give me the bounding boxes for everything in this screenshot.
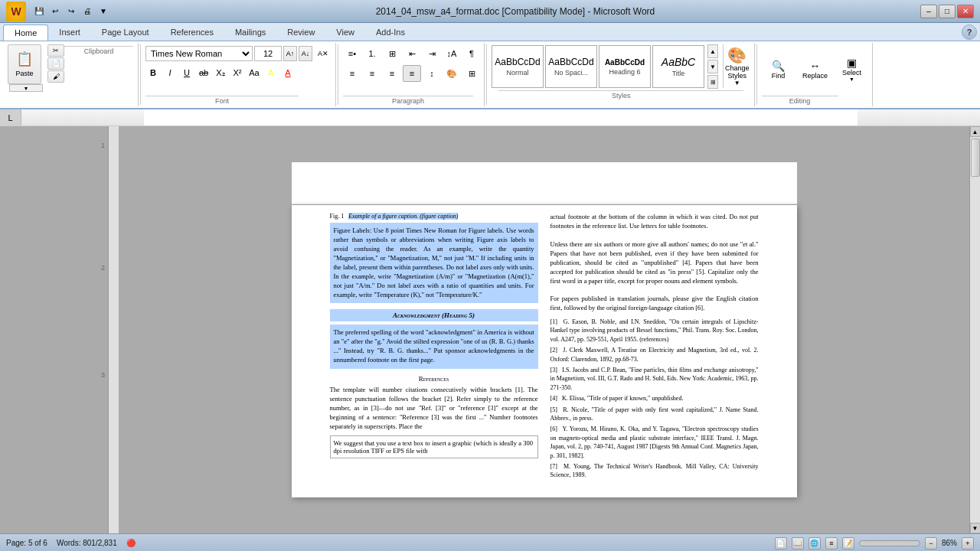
ref-num-7: [7]: [550, 463, 557, 470]
ref-text-1: G. Eason, B. Noble, and I.N. Sneddon, "O…: [550, 318, 759, 343]
tab-insert[interactable]: Insert: [48, 24, 91, 41]
shading-button[interactable]: 🎨: [443, 65, 461, 82]
increase-indent-button[interactable]: ⇥: [423, 45, 441, 62]
font-size-input[interactable]: [254, 46, 282, 61]
right-scrollbar[interactable]: ▲ ▼: [969, 126, 980, 533]
minimize-button[interactable]: –: [920, 5, 937, 18]
bullets-button[interactable]: ≡•: [343, 45, 361, 62]
ribbon-divider-3: [486, 44, 487, 105]
lang-icon: 🔴: [126, 539, 136, 547]
figure-caption-text: Example of a figure caption. (figure cap…: [348, 213, 458, 220]
find-button[interactable]: 🔍 Find: [762, 58, 795, 81]
tab-mailings[interactable]: Mailings: [224, 24, 276, 41]
tab-page-layout[interactable]: Page Layout: [91, 24, 160, 41]
tab-review[interactable]: Review: [276, 24, 325, 41]
titlebar: W 💾 ↩ ↪ 🖨 ▼ 2014_04_msw_a4_format.doc [C…: [0, 0, 980, 23]
styles-scroll-up[interactable]: ▲: [707, 44, 718, 58]
decrease-indent-button[interactable]: ⇤: [403, 45, 421, 62]
ruler: L: [0, 109, 980, 126]
clipboard-small-btns: ✂ 📄 🖌: [47, 44, 64, 83]
statusbar-right: 📄 📖 🌐 ≡ 📝 − 86% +: [775, 537, 974, 549]
strikethrough-button[interactable]: ab: [196, 65, 211, 80]
paragraph-label: Paragraph: [343, 96, 473, 105]
style-title[interactable]: AaBbC Title: [652, 45, 704, 88]
scroll-up-arrow[interactable]: ▲: [970, 126, 981, 137]
font-size-increase[interactable]: A↑: [283, 46, 297, 61]
numbering-button[interactable]: 1.: [363, 45, 381, 62]
nospace-label: No Spaci...: [554, 69, 588, 77]
close-button[interactable]: ✕: [957, 5, 974, 18]
style-heading6[interactable]: AaBbCcDd Heading 6: [599, 45, 651, 88]
line-spacing-button[interactable]: ↕: [423, 65, 441, 82]
justify-button[interactable]: ≡: [403, 65, 421, 82]
view-layout-button[interactable]: 📄: [775, 537, 787, 549]
ruler-corner[interactable]: L: [0, 109, 21, 126]
paste-dropdown[interactable]: ▼: [9, 84, 43, 92]
replace-button[interactable]: ↔ Replace: [799, 58, 832, 81]
align-left-button[interactable]: ≡: [343, 65, 361, 82]
paste-button[interactable]: 📋 Paste: [8, 44, 41, 84]
editing-label: Editing: [762, 96, 838, 105]
change-styles-button[interactable]: 🎨 Change Styles ▼: [723, 44, 751, 88]
multilevel-list-button[interactable]: ⊞: [383, 45, 401, 62]
maximize-button[interactable]: □: [939, 5, 956, 18]
titlebar-left: W 💾 ↩ ↪ 🖨 ▼: [6, 2, 110, 21]
redo-button[interactable]: ↪: [64, 5, 78, 18]
style-normal[interactable]: AaBbCcDd Normal: [492, 45, 544, 88]
underline-button[interactable]: U: [179, 65, 194, 80]
tab-view[interactable]: View: [325, 24, 365, 41]
ref-num-1: [1]: [550, 318, 557, 325]
italic-button[interactable]: I: [162, 65, 178, 80]
clear-formatting-button[interactable]: A✕: [314, 45, 332, 62]
styles-more[interactable]: ⊞: [707, 75, 718, 89]
font-name-selector[interactable]: Times New Roman: [145, 46, 253, 61]
copy-button[interactable]: 📄: [47, 57, 64, 70]
show-hide-button[interactable]: ¶: [462, 45, 481, 62]
format-painter-button[interactable]: 🖌: [47, 70, 64, 83]
acknowledgment-heading: Acknowledgment (Heading 5): [330, 309, 538, 321]
para-row1: ≡• 1. ⊞ ⇤ ⇥ ↕A ¶: [343, 45, 481, 62]
align-right-button[interactable]: ≡: [383, 65, 401, 82]
styles-scroll-down[interactable]: ▼: [707, 60, 718, 73]
superscript-button[interactable]: X²: [230, 65, 245, 80]
references-heading: References: [330, 375, 538, 383]
ribbon-divider-4: [756, 44, 757, 105]
left-scrollbar[interactable]: [108, 126, 119, 533]
cut-button[interactable]: ✂: [47, 44, 64, 57]
draft-button[interactable]: 📝: [842, 537, 854, 549]
font-color-button[interactable]: A: [280, 65, 296, 80]
style-no-spacing[interactable]: AaBbCcDd No Spaci...: [545, 45, 597, 88]
web-layout-button[interactable]: 🌐: [808, 537, 821, 549]
subscript-button[interactable]: X₂: [213, 65, 228, 80]
customize-button[interactable]: ▼: [96, 5, 110, 18]
tab-home[interactable]: Home: [3, 24, 48, 41]
select-button[interactable]: ▣ Select ▼: [835, 55, 869, 83]
zoom-slider[interactable]: [859, 540, 920, 546]
change-case-button[interactable]: Aa: [247, 65, 262, 80]
align-center-button[interactable]: ≡: [363, 65, 381, 82]
full-reading-button[interactable]: 📖: [792, 537, 804, 549]
ref-num-6: [6]: [550, 425, 557, 432]
undo-button[interactable]: ↩: [48, 5, 62, 18]
bold-button[interactable]: B: [145, 65, 161, 80]
zoom-level: 86%: [942, 539, 957, 547]
font-name-row: Times New Roman A↑ A↓ A✕: [145, 45, 332, 62]
references-body: The template will number citations conse…: [330, 386, 538, 431]
tab-addins[interactable]: Add-Ins: [365, 24, 416, 41]
sort-button[interactable]: ↕A: [443, 45, 461, 62]
text-highlight-button[interactable]: A: [263, 65, 279, 80]
zoom-out-button[interactable]: −: [925, 537, 937, 549]
scroll-down-arrow[interactable]: ▼: [970, 523, 981, 533]
tab-references[interactable]: References: [160, 24, 224, 41]
help-button[interactable]: ?: [962, 24, 977, 40]
borders-button[interactable]: ⊞: [462, 65, 481, 82]
font-size-decrease[interactable]: A↓: [299, 46, 312, 61]
ribbon: Home Insert Page Layout References Maili…: [0, 23, 980, 109]
print-button[interactable]: 🖨: [80, 5, 94, 18]
page-container[interactable]: Fig. 1 Example of a figure caption. (fig…: [119, 126, 969, 533]
zoom-in-button[interactable]: +: [962, 537, 974, 549]
right-col-para: actual footnote at the bottom of the col…: [550, 213, 759, 313]
scroll-thumb[interactable]: [971, 139, 980, 177]
outline-button[interactable]: ≡: [825, 537, 838, 549]
save-button[interactable]: 💾: [32, 5, 46, 18]
